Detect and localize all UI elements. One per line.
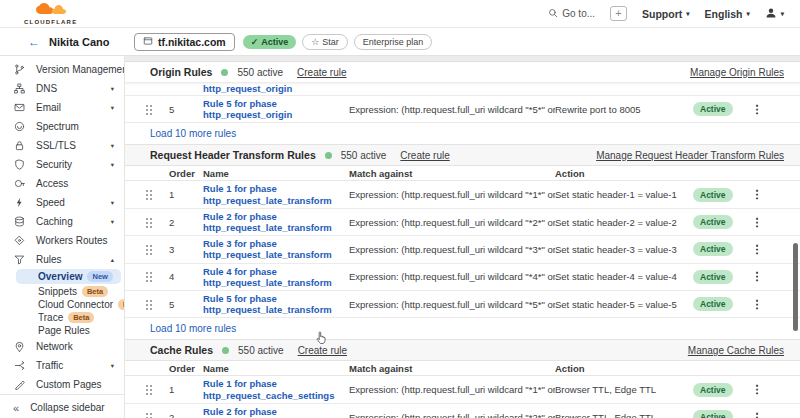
account-name[interactable]: Nikita Cano <box>49 36 110 48</box>
rule-name-link[interactable]: Rule 4 for phasehttp_request_late_transf… <box>203 266 349 288</box>
sidebar-item-overview[interactable]: Overview New <box>16 269 121 284</box>
sidebar-item-workers-routes[interactable]: Workers Routes <box>0 231 124 250</box>
funnel-icon <box>13 254 25 265</box>
sidebar-item-network[interactable]: Network <box>0 337 124 356</box>
domain-status-badge: ✓ Active <box>243 35 297 49</box>
pin-icon <box>13 341 25 352</box>
cloudflare-wordmark: CLOUDFLARE <box>24 19 77 25</box>
sidebar-item-rules[interactable]: Rules ▴ <box>0 250 124 269</box>
site-icon <box>143 36 153 48</box>
rule-name-link[interactable]: Rule 5 for phasehttp_request_origin <box>203 98 349 120</box>
table-row[interactable]: 3 Rule 3 for phasehttp_request_late_tran… <box>125 236 800 263</box>
add-button[interactable]: + <box>610 6 627 21</box>
table-row[interactable]: 2 Rule 2 for phasehttp_request_late_tran… <box>125 209 800 236</box>
table-row[interactable]: 5 Rule 5 for phasehttp_request_origin Ex… <box>125 96 800 123</box>
manage-cache-rules-link[interactable]: Manage Cache Rules <box>688 345 784 356</box>
load-more-rules-link[interactable]: Load 10 more rules <box>125 318 800 339</box>
domain-chip[interactable]: tf.nikitac.com <box>134 33 235 51</box>
status-badge: Active <box>693 188 733 202</box>
manage-request-header-transform-rules-link[interactable]: Manage Request Header Transform Rules <box>596 150 784 161</box>
sidebar-item-cloud-connector[interactable]: Cloud Connector Beta <box>0 298 124 311</box>
chevron-down-icon: ▾ <box>686 10 689 18</box>
drag-handle-icon[interactable] <box>145 217 153 228</box>
sidebar-item-speed[interactable]: Speed ▾ <box>0 193 124 212</box>
manage-origin-rules-link[interactable]: Manage Origin Rules <box>690 67 784 78</box>
sidebar-item-dns[interactable]: DNS ▾ <box>0 79 124 98</box>
chevron-down-icon: ▾ <box>111 362 114 370</box>
sidebar-item-ssl-tls[interactable]: SSL/TLS ▾ <box>0 136 124 155</box>
rules-overview-content: Origin Rules 550 active Create rule Mana… <box>125 56 800 418</box>
top-navbar: CLOUDFLARE Go to... + Support ▾ English … <box>0 0 800 28</box>
sidebar-nav: Version Management DNS ▾ Email ▾ Spectru… <box>0 56 125 418</box>
cloudflare-cloud-icon <box>33 2 69 18</box>
table-row[interactable]: 4 Rule 4 for phasehttp_request_late_tran… <box>125 264 800 291</box>
status-badge: Active <box>693 215 733 229</box>
sidebar-item-security[interactable]: Security ▾ <box>0 155 124 174</box>
drag-handle-icon[interactable] <box>145 244 153 255</box>
sidebar-item-spectrum[interactable]: Spectrum <box>0 117 124 136</box>
sidebar-item-page-rules[interactable]: Page Rules <box>0 324 124 337</box>
drag-handle-icon[interactable] <box>145 189 153 200</box>
kebab-menu-icon[interactable]: ⋮ <box>752 411 763 418</box>
status-badge: Active <box>693 383 733 397</box>
kebab-menu-icon[interactable]: ⋮ <box>752 383 763 396</box>
create-rule-link[interactable]: Create rule <box>400 150 449 161</box>
kebab-menu-icon[interactable]: ⋮ <box>752 243 763 256</box>
table-row[interactable]: 5 Rule 5 for phasehttp_request_late_tran… <box>125 291 800 318</box>
create-rule-link[interactable]: Create rule <box>297 67 346 78</box>
sidebar-item-caching[interactable]: Caching ▾ <box>0 212 124 231</box>
rule-name-link[interactable]: Rule 1 for phasehttp_request_cache_setti… <box>203 378 349 400</box>
sidebar-item-version-management[interactable]: Version Management <box>0 60 124 79</box>
workers-icon <box>13 235 25 246</box>
drag-handle-icon[interactable] <box>145 104 153 115</box>
sidebar-item-custom-pages[interactable]: Custom Pages <box>0 375 124 394</box>
kebab-menu-icon[interactable]: ⋮ <box>752 216 763 229</box>
drag-handle-icon[interactable] <box>145 412 153 418</box>
kebab-menu-icon[interactable]: ⋮ <box>752 103 763 116</box>
rule-name-link[interactable]: Rule 2 for phasehttp_request_cache_setti… <box>203 406 349 418</box>
support-menu[interactable]: Support ▾ <box>642 8 690 20</box>
rule-name-link[interactable]: Rule 3 for phasehttp_request_late_transf… <box>203 238 349 260</box>
plus-icon: + <box>615 8 621 19</box>
email-icon <box>13 102 25 113</box>
sidebar-item-snippets[interactable]: Snippets Beta <box>0 285 124 298</box>
kebab-menu-icon[interactable]: ⋮ <box>752 270 763 283</box>
section-title: Origin Rules <box>150 66 212 78</box>
sidebar-item-traffic[interactable]: Traffic ▾ <box>0 356 124 375</box>
beta-badge: Beta <box>68 312 94 323</box>
cloudflare-logo[interactable]: CLOUDFLARE <box>24 2 77 25</box>
cloudflare-dashboard: CLOUDFLARE Go to... + Support ▾ English … <box>0 0 800 418</box>
vertical-scrollbar[interactable] <box>793 243 798 331</box>
active-count: 550 active <box>237 67 283 78</box>
drag-handle-icon[interactable] <box>145 299 153 310</box>
table-row[interactable]: 1 Rule 1 for phasehttp_request_late_tran… <box>125 181 800 208</box>
rule-name-link[interactable]: Rule 1 for phasehttp_request_late_transf… <box>203 183 349 205</box>
sidebar-item-trace[interactable]: Trace Beta <box>0 311 124 324</box>
collapse-sidebar-button[interactable]: « Collapse sidebar <box>0 394 124 418</box>
user-menu[interactable]: ▾ <box>765 7 784 21</box>
section-title: Cache Rules <box>150 344 213 356</box>
table-row[interactable]: 2 Rule 2 for phasehttp_request_cache_set… <box>125 404 800 418</box>
sidebar-item-access[interactable]: Access <box>0 174 124 193</box>
collapse-icon: « <box>13 402 19 414</box>
active-count: 550 active <box>341 150 387 161</box>
kebab-menu-icon[interactable]: ⋮ <box>752 298 763 311</box>
drag-handle-icon[interactable] <box>145 271 153 282</box>
star-button[interactable]: ☆ Star <box>302 34 348 50</box>
back-arrow-icon[interactable]: ← <box>28 35 40 49</box>
rule-name-link[interactable]: Rule 5 for phasehttp_request_late_transf… <box>203 293 349 315</box>
chevron-down-icon: ▾ <box>111 199 114 207</box>
cache-rules-header: Cache Rules 550 active Create rule Manag… <box>125 339 800 361</box>
check-icon: ✓ <box>251 37 259 47</box>
chevron-down-icon: ▾ <box>111 104 114 112</box>
kebab-menu-icon[interactable]: ⋮ <box>752 188 763 201</box>
table-row-clipped[interactable]: http_request_origin <box>125 83 800 96</box>
rule-name-link[interactable]: Rule 2 for phasehttp_request_late_transf… <box>203 211 349 233</box>
drag-handle-icon[interactable] <box>145 384 153 395</box>
language-menu[interactable]: English ▾ <box>705 8 750 20</box>
sidebar-item-email[interactable]: Email ▾ <box>0 98 124 117</box>
load-more-rules-link[interactable]: Load 10 more rules <box>125 123 800 144</box>
goto-search[interactable]: Go to... <box>548 8 595 20</box>
status-badge: Active <box>693 297 733 311</box>
table-row[interactable]: 1 Rule 1 for phasehttp_request_cache_set… <box>125 376 800 403</box>
